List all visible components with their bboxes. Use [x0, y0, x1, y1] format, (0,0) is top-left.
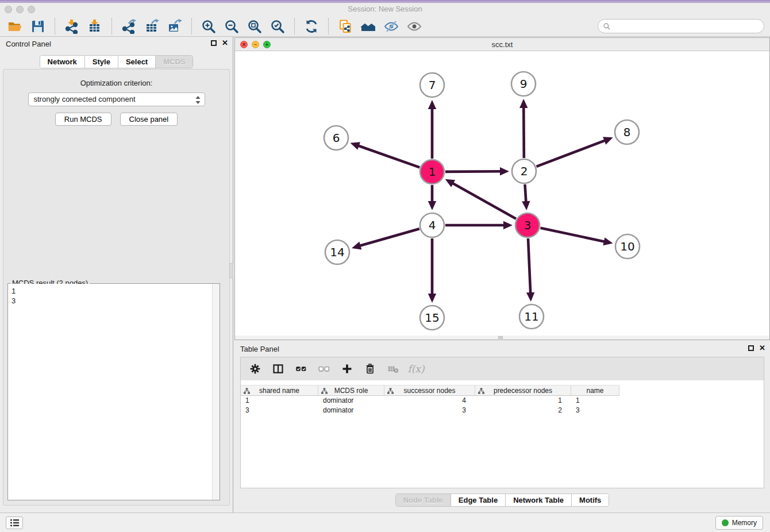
delete-column-icon[interactable] [363, 361, 378, 376]
memory-button[interactable]: Memory [715, 516, 763, 530]
add-column-icon[interactable] [340, 361, 355, 376]
canvas-splitter-handle[interactable] [498, 336, 503, 339]
mcds-result-item[interactable]: 3 [11, 296, 220, 306]
graph-edge-arrowhead [351, 142, 360, 150]
graph-node-label-8: 8 [623, 125, 631, 139]
app-titlebar: Session: New Session [0, 3, 770, 16]
hide-panel-icon[interactable] [380, 17, 403, 36]
zoom-fit-icon[interactable] [243, 17, 266, 36]
graph-edge-4-14[interactable] [359, 229, 419, 246]
column-header-successor-nodes[interactable]: successor nodes [384, 385, 475, 396]
home-icon[interactable] [357, 17, 380, 36]
table-panel-title: Table Panel [240, 345, 279, 353]
table-row[interactable]: 3dominator323 [241, 406, 764, 415]
graph-edge-arrowhead [428, 201, 436, 210]
tab-node-table[interactable]: Node Table [396, 494, 451, 506]
refresh-icon[interactable] [300, 17, 323, 36]
export-table-icon[interactable] [140, 17, 163, 36]
table-cell[interactable]: 3 [384, 406, 475, 415]
table-row[interactable]: 1dominator411 [241, 396, 764, 406]
table-cell[interactable]: 1 [475, 396, 571, 406]
open-file-icon[interactable] [3, 17, 26, 36]
toolbar-separator [55, 18, 55, 34]
search-box[interactable] [598, 19, 764, 33]
status-bar: Memory [0, 512, 770, 532]
import-table-icon[interactable] [83, 17, 106, 36]
network-canvas[interactable]: 7968124314101511 [235, 51, 769, 336]
network-window-titlebar[interactable]: × − + scc.txt [235, 38, 769, 51]
tab-network[interactable]: Network [40, 56, 85, 68]
network-bottom-strip [235, 336, 769, 340]
tab-motifs[interactable]: Motifs [572, 494, 609, 506]
function-builder-icon[interactable]: f(x) [409, 361, 424, 376]
graph-edge-arrowhead [503, 221, 513, 229]
mcds-result-list[interactable]: 13 [8, 284, 220, 500]
task-history-button[interactable] [6, 516, 23, 529]
panel-splitter-handle[interactable] [229, 263, 233, 278]
tab-network-table[interactable]: Network Table [506, 494, 572, 506]
close-panel-icon[interactable]: ✕ [222, 40, 228, 47]
settings-gear-icon[interactable] [248, 361, 263, 376]
search-input[interactable] [614, 22, 764, 30]
column-header-predecessor-nodes[interactable]: predecessor nodes [475, 385, 571, 396]
split-panel-icon[interactable] [271, 361, 286, 376]
table-cell[interactable]: 2 [475, 406, 571, 415]
toolbar-separator [111, 18, 112, 34]
close-table-panel-icon[interactable]: ✕ [759, 345, 765, 352]
tab-style[interactable]: Style [85, 56, 118, 68]
graph-edge-3-10[interactable] [540, 228, 605, 242]
graph-edge-1-2[interactable] [445, 171, 502, 172]
graph-edge-3-11[interactable] [528, 238, 530, 294]
clone-network-icon[interactable] [334, 17, 357, 36]
search-icon [603, 22, 611, 30]
run-mcds-button[interactable]: Run MCDS [55, 113, 111, 126]
mcds-result-item[interactable]: 1 [11, 286, 220, 296]
column-header-shared-name[interactable]: shared name [241, 385, 318, 396]
show-panel-icon[interactable] [403, 17, 426, 36]
node-table[interactable]: shared nameMCDS rolesuccessor nodesprede… [241, 385, 764, 415]
export-network-icon[interactable] [117, 17, 140, 36]
tab-mcds[interactable]: MCDS [156, 56, 192, 68]
tab-edge-table[interactable]: Edge Table [451, 494, 506, 506]
float-table-panel-icon[interactable] [748, 345, 754, 351]
graph-edge-2-8[interactable] [537, 140, 606, 167]
zoom-in-icon[interactable] [197, 17, 220, 36]
graph-edge-2-3[interactable] [525, 184, 526, 203]
table-cell[interactable]: 3 [241, 406, 318, 415]
table-cell[interactable]: 3 [571, 406, 619, 415]
delete-table-icon[interactable] [386, 361, 401, 376]
graph-node-label-7: 7 [429, 78, 436, 92]
deselect-all-icon[interactable] [317, 361, 332, 376]
save-session-icon[interactable] [26, 17, 49, 36]
result-scrollbar[interactable] [212, 284, 220, 500]
close-mcds-panel-button[interactable]: Close panel [120, 113, 178, 126]
column-header-label: MCDS role [334, 387, 368, 395]
graph-edge-2-9[interactable] [523, 106, 524, 158]
criterion-dropdown[interactable]: strongly connected component [28, 92, 205, 106]
control-panel-header: Control Panel ✕ [0, 37, 233, 51]
column-header-MCDS-role[interactable]: MCDS role [318, 385, 384, 396]
mcds-result-groupbox: MCDS result (2 nodes) 13 [7, 283, 220, 500]
toolbar-separator [294, 18, 295, 34]
zoom-selected-icon[interactable] [266, 17, 289, 36]
float-panel-icon[interactable] [211, 40, 217, 46]
zoom-out-icon[interactable] [220, 17, 243, 36]
graph-edge-1-6[interactable] [357, 145, 420, 167]
tab-select[interactable]: Select [118, 56, 156, 68]
table-cell[interactable]: dominator [318, 396, 384, 406]
table-cell[interactable]: 1 [571, 396, 619, 406]
column-header-name[interactable]: name [571, 385, 619, 396]
graph-edge-arrowhead [603, 137, 613, 144]
export-image-icon[interactable] [163, 17, 186, 36]
import-network-icon[interactable] [60, 17, 83, 36]
toolbar-separator [191, 18, 192, 34]
network-graph[interactable]: 7968124314101511 [235, 51, 770, 337]
graph-edge-3-1[interactable] [452, 183, 516, 219]
criterion-dropdown-value: strongly connected component [34, 95, 136, 103]
graph-edge-arrowhead [603, 237, 613, 245]
table-cell[interactable]: 4 [384, 396, 475, 406]
graph-node-label-1: 1 [429, 165, 436, 179]
select-all-icon[interactable] [294, 361, 309, 376]
table-cell[interactable]: 1 [241, 396, 318, 406]
table-cell[interactable]: dominator [318, 406, 384, 415]
